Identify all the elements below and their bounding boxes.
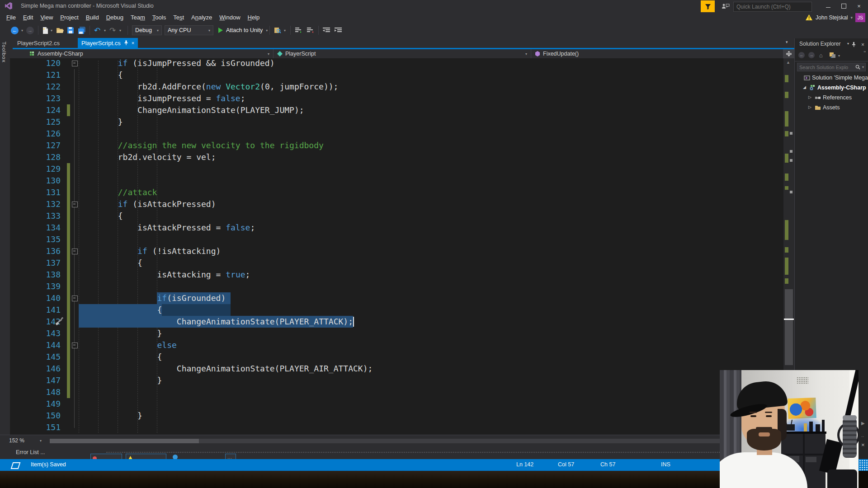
collapse-region-icon[interactable] xyxy=(72,61,78,66)
scrollbar-thumb[interactable] xyxy=(785,289,793,365)
messages-icon[interactable] xyxy=(173,455,178,459)
open-file-icon[interactable] xyxy=(56,26,64,35)
tree-item-references[interactable]: ▷References xyxy=(795,93,868,103)
sync-with-active-document-icon[interactable] xyxy=(829,52,836,60)
menu-item-window[interactable]: Window xyxy=(216,13,244,22)
collapse-region-icon[interactable] xyxy=(72,343,78,348)
solution-search-box[interactable]: ▾ xyxy=(797,63,866,71)
overview-change-mark xyxy=(785,220,788,240)
notification-hub-button[interactable] xyxy=(701,0,715,13)
warnings-filter-button[interactable] xyxy=(126,454,166,459)
send-feedback-icon[interactable] xyxy=(722,3,730,10)
new-file-dropdown-icon[interactable]: ▾ xyxy=(51,26,52,35)
pin-icon[interactable] xyxy=(851,42,856,47)
se-forward-icon[interactable]: → xyxy=(808,52,815,58)
pin-icon[interactable] xyxy=(124,40,128,46)
overflow-dots-icon[interactable]: .. xyxy=(861,432,864,438)
code-editor[interactable]: 120if (isJumpPressed && isGrounded)121{1… xyxy=(10,58,783,435)
filter-more-button[interactable]: ··· xyxy=(225,454,236,459)
navigate-forward-button[interactable]: → xyxy=(26,26,34,35)
window-resize-grip[interactable] xyxy=(859,459,868,471)
webcam-overlay xyxy=(720,370,859,488)
find-dropdown-icon[interactable]: ▾ xyxy=(284,26,286,35)
navigate-back-dropdown-icon[interactable]: ▾ xyxy=(21,26,23,35)
toolbar: ← ▾ → ▾ ↶ ▾ ↷ ▾ Debug▾ Any CPU▾ Attach t… xyxy=(0,23,868,38)
solution-search-input[interactable] xyxy=(797,65,855,70)
user-account-area[interactable]: John Stejskal ▾ JS xyxy=(805,12,865,23)
panel-close-x-icon[interactable]: × xyxy=(861,441,865,448)
menu-item-file[interactable]: File xyxy=(3,13,19,22)
quick-launch-box[interactable] xyxy=(733,2,812,12)
panel-close-icon[interactable]: × xyxy=(861,42,864,48)
menu-item-debug[interactable]: Debug xyxy=(103,13,127,22)
line-text: } xyxy=(137,410,142,422)
document-list-dropdown-icon[interactable]: ▾ xyxy=(786,40,788,44)
menu-item-edit[interactable]: Edit xyxy=(19,13,37,22)
menu-item-tools[interactable]: Tools xyxy=(149,13,170,22)
avatar[interactable]: JS xyxy=(855,13,865,22)
code-line-144: 144else xyxy=(10,339,783,351)
code-line-151: 151 xyxy=(10,422,783,433)
expander-collapsed-icon[interactable]: ▷ xyxy=(808,105,811,109)
expander-collapsed-icon[interactable]: ▷ xyxy=(808,95,811,99)
visual-studio-logo-icon xyxy=(5,2,13,10)
tab-playerscript2.cs[interactable]: PlayerScript2.cs xyxy=(14,38,63,48)
redo-icon[interactable]: ↷ xyxy=(109,26,116,35)
comment-lines-icon[interactable] xyxy=(295,26,302,35)
menu-item-analyze[interactable]: Analyze xyxy=(188,13,216,22)
zoom-dropdown-icon[interactable]: ▾ xyxy=(40,439,42,443)
debug-configuration-dropdown[interactable]: Debug▾ xyxy=(132,25,162,35)
se-toolbar-chevron-icon[interactable]: ▾ xyxy=(838,54,840,58)
tree-item-assets[interactable]: ▷Assets xyxy=(795,103,868,113)
toolbar-overflow-icon[interactable]: '' xyxy=(863,50,866,56)
se-back-icon[interactable]: ← xyxy=(798,52,805,58)
panel-menu-chevron-icon[interactable]: ▾ xyxy=(847,42,849,46)
errors-filter-button[interactable] xyxy=(90,454,122,459)
decrease-indent-icon[interactable] xyxy=(323,26,330,35)
menu-item-view[interactable]: View xyxy=(37,13,57,22)
collapse-region-icon[interactable] xyxy=(72,202,78,207)
zoom-level-dropdown[interactable]: 152 % xyxy=(9,437,24,444)
minimize-button[interactable] xyxy=(821,0,835,12)
platform-dropdown[interactable]: Any CPU▾ xyxy=(165,25,213,35)
tab-playerscript.cs[interactable]: PlayerScript.cs× xyxy=(78,38,138,48)
menu-item-test[interactable]: Test xyxy=(170,13,188,22)
save-all-icon[interactable] xyxy=(78,26,86,35)
navigate-back-button[interactable]: ← xyxy=(11,26,19,35)
menu-item-help[interactable]: Help xyxy=(244,13,264,22)
horizontal-scrollbar-thumb[interactable] xyxy=(50,439,199,443)
home-icon[interactable]: ⌂ xyxy=(819,52,823,59)
start-debug-button[interactable]: Attach to Unity ▾ xyxy=(218,26,268,35)
tree-item-assemblycsharp[interactable]: ◢Assembly-CSharp xyxy=(795,83,868,93)
quick-actions-screwdriver-icon[interactable] xyxy=(54,317,64,326)
horizontal-scrollbar[interactable] xyxy=(50,439,782,443)
close-button[interactable]: × xyxy=(852,0,866,12)
error-list-label[interactable]: Error List ... xyxy=(16,449,45,455)
close-tab-icon[interactable]: × xyxy=(132,40,134,46)
scrollbar-splitter-handle[interactable] xyxy=(783,49,794,58)
find-in-files-icon[interactable] xyxy=(274,26,281,35)
tree-item-solutionsimplemega[interactable]: Solution 'Simple Mega xyxy=(795,73,868,83)
breadcrumb-playerscript[interactable]: PlayerScript▾ xyxy=(274,49,531,58)
menu-item-build[interactable]: Build xyxy=(82,13,103,22)
increase-indent-icon[interactable] xyxy=(335,26,342,35)
expander-expanded-icon[interactable]: ◢ xyxy=(803,85,806,89)
menu-item-team[interactable]: Team xyxy=(127,13,149,22)
breadcrumb-fixedupdate[interactable]: FixedUpdate() xyxy=(531,49,783,58)
menu-item-project[interactable]: Project xyxy=(57,13,82,22)
scroll-up-icon[interactable]: ▲ xyxy=(786,60,790,65)
maximize-button[interactable] xyxy=(836,0,851,12)
error-list-collapsed-panel[interactable]: Error List ... ··· xyxy=(0,446,794,459)
new-file-icon[interactable] xyxy=(42,26,49,35)
breadcrumb-assemblycsharp[interactable]: Assembly-CSharp▾ xyxy=(26,49,274,58)
collapse-region-icon[interactable] xyxy=(72,296,78,301)
scroll-right-icon[interactable]: ▶ xyxy=(861,421,865,426)
save-icon[interactable] xyxy=(67,26,74,35)
quick-launch-input[interactable] xyxy=(734,4,809,10)
collapse-region-icon[interactable] xyxy=(72,249,78,254)
uncomment-lines-icon[interactable] xyxy=(307,26,314,35)
undo-icon[interactable]: ↶ xyxy=(94,26,100,35)
redo-dropdown-icon[interactable]: ▾ xyxy=(119,26,121,35)
search-options-chevron-icon[interactable]: ▾ xyxy=(862,65,864,69)
undo-dropdown-icon[interactable]: ▾ xyxy=(104,26,106,35)
